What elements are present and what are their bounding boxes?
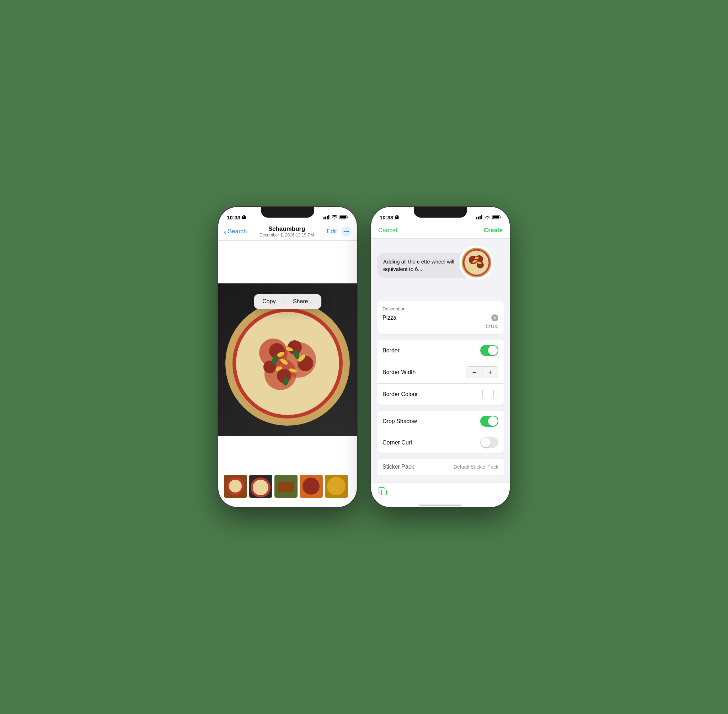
svg-rect-2 xyxy=(327,216,328,219)
svg-rect-57 xyxy=(381,490,386,495)
sticker-pack-row[interactable]: Sticker Pack Default Sticker Pack xyxy=(377,459,504,475)
delete-button[interactable] xyxy=(330,507,337,507)
color-row: › xyxy=(482,388,498,400)
corner-curl-label: Corner Curl xyxy=(382,440,412,446)
status-icons-2 xyxy=(476,215,501,219)
svg-point-28 xyxy=(229,480,242,492)
svg-point-50 xyxy=(464,250,489,275)
stepper-plus[interactable]: + xyxy=(482,367,498,378)
border-toggle-thumb xyxy=(488,346,498,355)
corner-curl-toggle[interactable] xyxy=(480,437,498,448)
description-label: Description xyxy=(382,306,498,312)
svg-rect-3 xyxy=(328,215,330,219)
notch-1 xyxy=(261,207,314,218)
stepper-minus[interactable]: − xyxy=(466,367,482,378)
thumbnail-strip[interactable] xyxy=(218,472,357,501)
border-section: Border Border Width − + Border Colour xyxy=(377,340,504,405)
cancel-button[interactable]: Cancel xyxy=(378,227,397,234)
photo-area: Copy Share... xyxy=(218,284,357,436)
border-toggle[interactable] xyxy=(480,345,498,356)
bottom-toolbar xyxy=(218,501,357,507)
svg-rect-44 xyxy=(481,215,482,219)
location-icon-1: 🏔 xyxy=(242,215,246,220)
status-icons-1 xyxy=(324,215,348,219)
color-swatch[interactable] xyxy=(482,388,494,400)
description-input[interactable]: Pizza xyxy=(382,315,491,321)
thumbnail-5[interactable] xyxy=(325,475,348,498)
note-title-1: Schaumburg xyxy=(259,225,314,232)
sticker-bottom-bar xyxy=(371,482,510,502)
border-colour-row[interactable]: Border Colour › xyxy=(377,384,504,405)
sticker-pack-value: Default Sticker Pack xyxy=(454,464,498,470)
note-date-1: December 1, 2016 12:19 PM xyxy=(259,232,314,237)
sticker-preview: Adding all the c ette wheel will equival… xyxy=(371,238,510,296)
battery-icon-2 xyxy=(492,215,501,219)
favorite-button[interactable] xyxy=(268,507,277,507)
context-menu: Copy Share... xyxy=(254,294,321,309)
border-width-stepper: − + xyxy=(466,366,498,378)
location-icon-2: 🏔 xyxy=(395,215,399,220)
more-button-1[interactable]: ••• xyxy=(341,226,351,237)
svg-rect-0 xyxy=(324,217,325,219)
clear-button[interactable]: ✕ xyxy=(491,314,498,321)
border-width-row: Border Width − + xyxy=(377,361,504,384)
corner-curl-toggle-thumb xyxy=(481,438,491,447)
phone-1: 10:33 🏔 xyxy=(218,207,357,507)
svg-rect-41 xyxy=(476,217,477,219)
back-button-1[interactable]: ‹ Search xyxy=(224,228,247,236)
copy-sticker-button[interactable] xyxy=(378,487,388,498)
drop-shadow-toggle-thumb xyxy=(488,416,498,426)
svg-point-37 xyxy=(327,477,346,495)
corner-curl-row: Corner Curl xyxy=(377,432,504,453)
info-button[interactable] xyxy=(299,507,307,507)
screen-2: 10:33 🏔 xyxy=(371,207,510,507)
phone-2: 10:33 🏔 xyxy=(371,207,510,507)
drop-shadow-label: Drop Shadow xyxy=(382,418,417,424)
copy-menu-item[interactable]: Copy xyxy=(254,294,284,309)
sticker-preview-image xyxy=(460,246,493,279)
thumbnail-4[interactable] xyxy=(300,475,323,498)
notch-2 xyxy=(414,207,467,218)
sticker-pack-label: Sticker Pack xyxy=(382,464,414,470)
nav-bar-1: ‹ Search Schaumburg December 1, 2016 12:… xyxy=(218,223,357,241)
thumbnail-2[interactable] xyxy=(249,475,272,498)
sticker-screen: 10:33 🏔 xyxy=(371,207,510,507)
sticker-pack-section: Sticker Pack Default Sticker Pack xyxy=(377,459,504,475)
svg-rect-42 xyxy=(478,216,479,219)
signal-icon-1 xyxy=(324,215,330,219)
svg-rect-5 xyxy=(340,216,347,219)
nav-actions-1: Edit ••• xyxy=(327,226,351,237)
edit-button-1[interactable]: Edit xyxy=(327,228,337,235)
svg-rect-43 xyxy=(479,216,481,219)
share-menu-item[interactable]: Share... xyxy=(285,294,321,309)
back-label-1[interactable]: Search xyxy=(228,228,247,235)
wifi-icon-2 xyxy=(484,215,490,219)
svg-rect-46 xyxy=(493,216,499,219)
home-indicator-2 xyxy=(419,505,462,506)
thumbnail-1[interactable] xyxy=(224,475,247,498)
drop-shadow-row: Drop Shadow xyxy=(377,411,504,432)
share-button[interactable] xyxy=(238,507,246,507)
sticker-nav: Cancel Create xyxy=(371,223,510,238)
colour-chevron: › xyxy=(497,391,498,398)
copy-icon xyxy=(378,487,388,496)
svg-point-31 xyxy=(253,480,268,495)
svg-point-35 xyxy=(303,477,319,495)
description-input-row: Pizza ✕ xyxy=(382,314,498,321)
time-2: 10:33 🏔 xyxy=(380,214,399,220)
thumbnail-3[interactable] xyxy=(274,475,298,498)
border-row: Border xyxy=(377,340,504,361)
border-label: Border xyxy=(382,347,400,354)
description-section: Description Pizza ✕ 5/100 xyxy=(377,301,504,334)
battery-icon-1 xyxy=(340,215,348,219)
time-1: 10:33 🏔 xyxy=(227,214,246,220)
svg-rect-1 xyxy=(325,216,326,219)
screen-1: 10:33 🏔 xyxy=(218,207,357,507)
create-button[interactable]: Create xyxy=(484,227,503,234)
nav-title-1: Schaumburg December 1, 2016 12:19 PM xyxy=(259,225,314,237)
back-chevron-1: ‹ xyxy=(224,228,226,236)
border-width-label: Border Width xyxy=(382,369,415,375)
char-count: 5/100 xyxy=(382,324,498,329)
note-text-area xyxy=(218,241,357,284)
drop-shadow-toggle[interactable] xyxy=(480,416,498,427)
